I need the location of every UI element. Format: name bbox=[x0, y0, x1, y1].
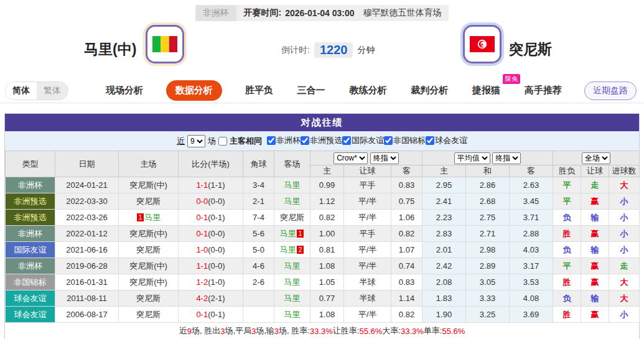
team-name-link[interactable]: 突尼斯(中) bbox=[129, 277, 167, 287]
cell-away-team: 马里1 bbox=[274, 226, 310, 242]
cell-score: 0-1(0-0) bbox=[179, 226, 243, 242]
cell-home-team: 突尼斯 bbox=[119, 242, 179, 258]
cell-score: 1-1(0-0) bbox=[179, 258, 243, 274]
competition-checkbox-2[interactable] bbox=[301, 136, 309, 145]
team-name-link[interactable]: 马里 bbox=[284, 180, 301, 190]
ah-stage-select[interactable]: 终指 bbox=[370, 152, 399, 164]
summary-part: 大率: bbox=[382, 325, 401, 337]
team-name-link[interactable]: 突尼斯 bbox=[136, 245, 161, 254]
col-away: 客场 bbox=[274, 151, 310, 177]
cell-home-team: 突尼斯(中) bbox=[119, 177, 179, 193]
recent-trend-button[interactable]: 近期盘路 bbox=[584, 81, 637, 100]
col-eu-away: 客 bbox=[510, 165, 553, 177]
h2h-summary: 近 9 场, 胜出 3 场,平局 3 场,输 3 场, 胜率: 33.3% 让胜… bbox=[5, 323, 639, 339]
cell-eu-draw: 3.25 bbox=[466, 307, 510, 323]
nav-item-1[interactable]: 现场分析 bbox=[105, 81, 144, 100]
recent-unit: 场 bbox=[208, 136, 216, 147]
cell-eu-home: 1.83 bbox=[422, 290, 466, 307]
nav-item-6[interactable]: 裁判分析 bbox=[409, 81, 449, 100]
team-name-link[interactable]: 马里 bbox=[144, 213, 161, 222]
cell-corner bbox=[243, 290, 274, 307]
countdown-unit: 分钟 bbox=[357, 45, 375, 56]
countdown-value: 1220 bbox=[314, 42, 353, 58]
team-name-link[interactable]: 马里 bbox=[284, 261, 301, 271]
cell-result-wdl: 平 bbox=[553, 258, 581, 274]
nav-item-5[interactable]: 教练分析 bbox=[348, 81, 388, 100]
team-name-link[interactable]: 马里 bbox=[280, 229, 296, 238]
team-name-link[interactable]: 突尼斯(中) bbox=[129, 180, 167, 190]
col-date: 日期 bbox=[55, 151, 119, 177]
team-name-link[interactable]: 马里 bbox=[284, 197, 301, 206]
team-name-link[interactable]: 突尼斯 bbox=[280, 213, 304, 222]
team-name-link[interactable]: 马里 bbox=[284, 294, 301, 303]
result-text: 负 bbox=[563, 294, 571, 303]
nav-item-4[interactable]: 三合一 bbox=[296, 81, 327, 100]
eu-source-select[interactable]: 平均值 bbox=[454, 152, 490, 164]
col-ah-home: 主 bbox=[310, 165, 344, 177]
cell-score: 1-2(1-0) bbox=[179, 274, 243, 290]
lang-traditional[interactable]: 繁体 bbox=[37, 82, 68, 100]
cell-ah-away: 1.14 bbox=[391, 290, 422, 307]
halftime-score: (1-0) bbox=[208, 277, 225, 287]
cell-date: 2022-03-30 bbox=[55, 193, 119, 210]
team-name-link[interactable]: 马里 bbox=[280, 245, 296, 254]
col-eu-home: 主 bbox=[422, 165, 466, 177]
same-home-away-checkbox[interactable] bbox=[218, 137, 227, 146]
competition-label: 非洲预选 bbox=[310, 135, 342, 146]
home-team-name: 马里(中) bbox=[84, 40, 136, 59]
competition-checkbox-4[interactable] bbox=[384, 136, 393, 145]
eu-stage-select[interactable]: 终指 bbox=[492, 152, 521, 164]
fulltime-score: 1-0 bbox=[196, 245, 208, 254]
cell-date: 2024-01-21 bbox=[55, 177, 119, 193]
cell-result-wdl: 平 bbox=[553, 193, 581, 210]
h2h-row: 球会友谊2011-08-11突尼斯4-2(2-1)马里0.77半球1.141.8… bbox=[6, 290, 640, 307]
lang-simplified[interactable]: 简体 bbox=[6, 82, 37, 100]
fulltime-score: 1-1 bbox=[196, 261, 208, 271]
cell-competition-type: 非洲杯 bbox=[6, 258, 55, 274]
cell-result-ah: 赢 bbox=[581, 307, 609, 323]
result-text: 赢 bbox=[591, 229, 599, 238]
summary-part: 场,平局 bbox=[225, 325, 251, 337]
cell-eu-draw: 3.33 bbox=[466, 290, 510, 307]
recent-label: 近 bbox=[177, 136, 185, 147]
cell-result-goals: 小 bbox=[609, 193, 640, 210]
competition-checkbox-5[interactable] bbox=[426, 136, 434, 145]
competition-label: 非国锦标 bbox=[393, 135, 426, 146]
nav-item-8[interactable]: 高手推荐 bbox=[523, 81, 563, 100]
away-team-name: 突尼斯 bbox=[509, 40, 552, 59]
team-name-link[interactable]: 马里 bbox=[284, 310, 301, 319]
competition-checkbox-3[interactable] bbox=[342, 136, 351, 145]
cell-away-team: 马里 bbox=[274, 290, 310, 307]
team-name-link[interactable]: 突尼斯 bbox=[136, 310, 161, 319]
team-name-link[interactable]: 马里 bbox=[284, 277, 301, 287]
cell-eu-away: 4.08 bbox=[510, 290, 553, 307]
cell-score: 1-0(0-0) bbox=[179, 242, 243, 258]
cell-ah-line: 平/半 bbox=[344, 210, 391, 226]
cell-ah-home: 0.81 bbox=[310, 242, 344, 258]
tunisia-flag: ★ bbox=[463, 25, 502, 63]
nav-item-3[interactable]: 胜平负 bbox=[244, 81, 274, 100]
cell-corner: 7-4 bbox=[243, 210, 274, 226]
language-toggle[interactable]: 简体繁体 bbox=[5, 81, 68, 100]
scope-select-group: 全场 bbox=[553, 151, 640, 165]
team-name-link[interactable]: 突尼斯 bbox=[136, 294, 161, 303]
col-home: 主场 bbox=[119, 151, 179, 177]
cell-result-goals: 大 bbox=[609, 177, 640, 193]
team-name-link[interactable]: 突尼斯(中) bbox=[129, 229, 167, 238]
team-name-link[interactable]: 突尼斯(中) bbox=[129, 261, 167, 271]
nav-item-7[interactable]: 捷报猫限免 bbox=[471, 81, 502, 100]
cell-eu-draw: 2.68 bbox=[466, 193, 510, 210]
recent-count-select[interactable]: 9 bbox=[187, 135, 205, 147]
competition-checkbox-1[interactable] bbox=[267, 136, 276, 145]
result-text: 大 bbox=[620, 277, 628, 287]
nav-item-2[interactable]: 数据分析 bbox=[166, 80, 222, 101]
cell-result-wdl: 负 bbox=[553, 210, 581, 226]
fulltime-score: 0-1 bbox=[196, 213, 208, 222]
cell-competition-type: 非洲预选 bbox=[6, 193, 55, 210]
bookmaker-select[interactable]: Crow* bbox=[334, 152, 368, 164]
team-name-link[interactable]: 突尼斯 bbox=[136, 197, 161, 206]
cell-ah-away: 0.75 bbox=[391, 193, 422, 210]
col-corner: 角球 bbox=[243, 151, 274, 177]
cell-away-team: 突尼斯 bbox=[274, 210, 310, 226]
scope-select[interactable]: 全场 bbox=[582, 152, 610, 164]
